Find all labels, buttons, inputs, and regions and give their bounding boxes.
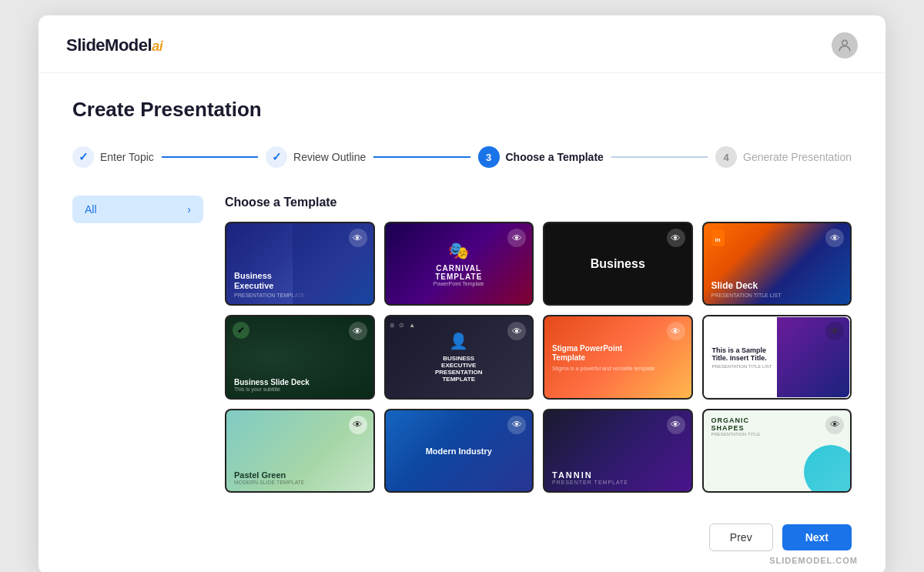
user-icon [837,38,852,53]
tpl-sub-5: This is your subtitle [234,386,366,392]
tpl-sub-12: PRESENTATION TITLE [711,432,843,437]
biz-slide-icon: ✔ [233,322,249,339]
sidebar: All › [72,196,203,493]
tpl-sub-7: Stigma is a powerful and versatile templ… [552,366,654,371]
eye-icon-2[interactable]: 👁 [507,229,526,247]
step-line-2 [373,156,470,158]
tpl-title-1: BusinessExecutive [234,271,366,291]
main-window: SlideModelai Create Presentation ✓ Enter… [38,15,886,572]
step-4-label: Generate Presentation [743,151,852,163]
tpl-title-5: Business Slide Deck [234,378,366,386]
page-title: Create Presentation [72,98,852,122]
template-card-carnival[interactable]: 🎭 CARNIVALTEMPLATE PowerPoint Template 👁 [384,222,534,306]
step-1-label: Enter Topic [100,151,154,163]
step-2-circle: ✓ [266,146,287,168]
template-card-modern-industry[interactable]: Modern Industry 👁 [384,409,534,493]
eye-icon-4[interactable]: 👁 [825,229,844,247]
tpl-title-8: This is a SampleTitle. Insert Title. [712,346,842,362]
tpl-title-12: ORGANICSHAPES [711,416,843,432]
template-card-biz-slide-deck[interactable]: ✔ Business Slide Deck This is your subti… [225,315,375,399]
tpl-sub-1: PRESENTATION TEMPLATE [234,293,366,298]
template-card-stigma[interactable]: Stigma PowerPointTemplate Stigma is a po… [543,315,693,399]
tpl-sub-8: PRESENTATION TITLE LIST [712,364,842,369]
tpl-title-9: Pastel Green [234,470,366,480]
step-line-3 [611,156,708,158]
template-card-slide-deck[interactable]: in Slide Deck PRESENTATION TITLE LIST 👁 [702,222,852,306]
prev-button[interactable]: Prev [709,523,773,551]
person-photo: 👤 [425,332,492,350]
logo-ai: ai [152,38,162,54]
template-card-biz-exec2[interactable]: ≡ ⊙ ▲ 👤 BUSINESS EXECUTIVE PRESENTATION … [384,315,534,399]
content-area: Create Presentation ✓ Enter Topic ✓ Revi… [38,73,886,508]
template-card-organic[interactable]: ORGANICSHAPES PRESENTATION TITLE 👁 [702,409,852,493]
eye-icon-9[interactable]: 👁 [349,416,367,434]
template-card-business[interactable]: Business 👁 [543,222,693,306]
step-line-1 [162,156,258,158]
eye-icon-10[interactable]: 👁 [507,416,526,434]
logo-text: SlideModel [66,35,152,55]
sidebar-item-all[interactable]: All › [72,196,203,223]
tpl-sub-4: PRESENTATION TITLE LIST [711,293,843,298]
step-choose-template: 3 Choose a Template [478,146,604,168]
template-card-business-exec[interactable]: BusinessExecutive PRESENTATION TEMPLATE … [225,222,375,306]
tpl-title-6: BUSINESS EXECUTIVE PRESENTATION TEMPLATE [425,355,492,383]
step-generate: 4 Generate Presentation [715,146,852,168]
tpl-title-4: Slide Deck [711,280,843,291]
tpl-sub-2: PowerPoint Template [434,281,484,286]
user-avatar[interactable] [832,32,858,59]
chevron-right-icon: › [187,203,191,216]
template-card-sample[interactable]: This is a SampleTitle. Insert Title. PRE… [702,315,852,399]
tpl-title-11: TANNIN [552,470,684,480]
card6-controls: ≡ ⊙ ▲ [390,321,416,329]
eye-icon-12[interactable]: 👁 [825,416,844,434]
eye-icon-11[interactable]: 👁 [667,416,685,434]
step-4-circle: 4 [715,146,737,168]
step-3-label: Choose a Template [506,151,604,163]
step-2-label: Review Outline [293,151,366,163]
tpl-title-10: Modern Industry [426,447,492,456]
tpl-title-7: Stigma PowerPointTemplate [552,344,622,363]
logo: SlideModelai [66,35,162,55]
step-enter-topic: ✓ Enter Topic [72,146,154,168]
footer-brand: SLIDEMODEL.COM [769,556,858,565]
tpl-sub-9: MODERN SLIDE TEMPLATE [234,480,366,485]
tpl-title-3: Business [591,257,645,271]
templates-section-title: Choose a Template [225,196,852,209]
templates-grid: BusinessExecutive PRESENTATION TEMPLATE … [225,222,852,493]
svg-point-0 [842,40,848,45]
step-1-circle: ✓ [72,146,94,168]
templates-panel: Choose a Template BusinessExecutive PRES… [225,196,852,493]
template-card-pastel[interactable]: Pastel Green MODERN SLIDE TEMPLATE 👁 [225,409,375,493]
step-3-circle: 3 [478,146,500,168]
tpl-title-2: CARNIVALTEMPLATE [435,264,482,281]
sidebar-all-label: All [85,203,97,216]
stepper: ✓ Enter Topic ✓ Review Outline 3 Choose … [72,146,852,168]
body-row: All › Choose a Template BusinessExecutiv… [72,196,852,493]
template-card-tannin[interactable]: TANNIN PRESENTER TEMPLATE 👁 [543,409,693,493]
eye-icon-1[interactable]: 👁 [349,229,367,247]
tpl-sub-11: PRESENTER TEMPLATE [552,480,684,485]
step-review-outline: ✓ Review Outline [266,146,366,168]
eye-icon-3[interactable]: 👁 [667,229,685,247]
eye-icon-7[interactable]: 👁 [667,322,685,340]
footer-bar: Prev Next [38,508,886,551]
next-button[interactable]: Next [782,524,852,550]
header: SlideModelai [38,15,886,73]
eye-icon-5[interactable]: 👁 [349,322,367,340]
slide-deck-logo: in [711,229,725,246]
organic-circle [804,445,850,491]
carnival-mask-icon: 🎭 [448,241,469,261]
